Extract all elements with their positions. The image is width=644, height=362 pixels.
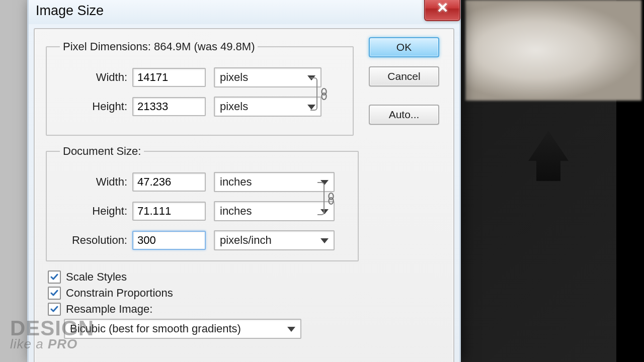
resolution-input[interactable]: [132, 231, 206, 250]
doc-height-input[interactable]: [132, 202, 206, 221]
close-button[interactable]: ✕: [424, 0, 460, 21]
dialog-title: Image Size: [36, 3, 104, 19]
doc-height-label: Height:: [60, 205, 127, 218]
document-size-group: Document Size: Width: inches Height: inc…: [46, 145, 359, 261]
close-icon: ✕: [437, 0, 448, 16]
doc-width-label: Width:: [60, 175, 127, 189]
pixel-height-input[interactable]: [132, 97, 206, 116]
auto-button[interactable]: Auto...: [369, 105, 439, 125]
svg-point-1: [321, 93, 326, 100]
svg-point-3: [329, 198, 333, 204]
document-size-legend: Document Size:: [60, 145, 144, 158]
scale-styles-checkbox-row[interactable]: Scale Styles: [48, 270, 442, 284]
constrain-proportions-label: Constrain Proportions: [66, 287, 173, 300]
pixel-width-input[interactable]: [132, 68, 206, 87]
doc-width-input[interactable]: [132, 172, 206, 192]
pixel-dimensions-group: Pixel Dimensions: 864.9M (was 49.8M) Wid…: [46, 40, 354, 136]
pixel-height-label: Height:: [60, 100, 127, 113]
resolution-unit-select[interactable]: pixels/inch: [214, 230, 335, 250]
constrain-proportions-checkbox-row[interactable]: Constrain Proportions: [48, 287, 442, 300]
titlebar: Image Size ✕: [29, 0, 459, 24]
checkbox-checked-icon: [48, 270, 61, 284]
ok-button[interactable]: OK: [369, 37, 439, 57]
checkbox-checked-icon: [48, 287, 61, 300]
link-icon: [326, 192, 337, 205]
link-icon: [318, 87, 330, 101]
pixel-dimensions-legend: Pixel Dimensions: 864.9M (was 49.8M): [60, 40, 258, 53]
resample-method-select[interactable]: Bicubic (best for smooth gradients): [64, 319, 301, 339]
resample-image-checkbox-row[interactable]: Resample Image:: [48, 303, 442, 316]
cancel-button[interactable]: Cancel: [369, 66, 439, 86]
checkbox-checked-icon: [48, 303, 61, 316]
resolution-label: Resolution:: [60, 234, 127, 247]
pixel-width-label: Width:: [60, 71, 127, 84]
dialog-body: OK Cancel Auto... Pixel Dimensions: 864.…: [34, 28, 454, 362]
resample-image-label: Resample Image:: [66, 303, 152, 316]
scale-styles-label: Scale Styles: [66, 270, 127, 284]
image-size-dialog: Image Size ✕ OK Cancel Auto... Pixel Dim…: [27, 0, 461, 362]
